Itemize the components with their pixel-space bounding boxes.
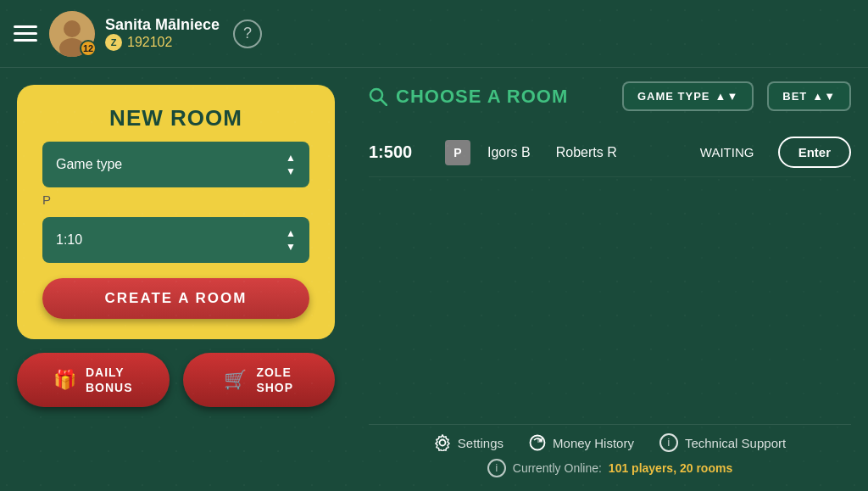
room-player-1: Igors B	[487, 145, 531, 160]
left-panel: NEW ROOM Game type ▲ ▼ P 1:10 ▲	[0, 68, 352, 491]
bet-filter-button[interactable]: BET ▲▼	[767, 81, 851, 111]
settings-icon	[434, 434, 451, 451]
online-text: Currently Online:	[513, 461, 602, 475]
menu-icon[interactable]	[14, 25, 37, 42]
room-header: CHOOSE A ROOM GAME TYPE ▲▼ BET ▲▼	[369, 81, 851, 111]
tech-support-link[interactable]: i Technical Support	[659, 433, 786, 452]
new-room-title: NEW ROOM	[109, 105, 242, 131]
p-label: P	[42, 192, 51, 207]
room-list: 1:500 P Igors B Roberts R WAITING Enter	[369, 128, 851, 177]
room-status: WAITING	[693, 145, 761, 159]
bet-select[interactable]: 1:10 ▲ ▼	[42, 217, 309, 263]
svg-point-5	[439, 440, 445, 446]
tech-support-icon: i	[659, 433, 678, 452]
room-player-2: Roberts R	[556, 145, 617, 160]
bottom-buttons: 🎁 DAILY BONUS 🛒 ZOLE SHOP	[17, 353, 335, 407]
game-type-filter-button[interactable]: GAME TYPE ▲▼	[622, 81, 754, 111]
bet-value: 1:10	[56, 232, 82, 248]
bet-wrapper: 1:10 ▲ ▼	[42, 217, 309, 263]
footer-links: Settings Money History i Technical Suppo…	[369, 433, 851, 452]
header: 12 Sanita Mālniece Z 192102 ?	[0, 0, 868, 68]
coins-value: 192102	[127, 35, 172, 50]
create-room-button[interactable]: CREATE A ROOM	[42, 278, 309, 319]
daily-bonus-text: DAILY BONUS	[86, 365, 133, 395]
enter-room-button[interactable]: Enter	[778, 137, 851, 168]
money-history-icon	[529, 434, 546, 451]
money-history-link[interactable]: Money History	[529, 433, 634, 452]
room-bet: 1:500	[369, 142, 428, 162]
online-info-icon: i	[487, 459, 506, 477]
zole-coin-icon: Z	[105, 34, 122, 51]
right-panel: CHOOSE A ROOM GAME TYPE ▲▼ BET ▲▼ 1:500 …	[352, 68, 868, 491]
search-icon	[369, 87, 387, 106]
user-info: Sanita Mālniece Z 192102	[105, 16, 220, 51]
avatar-wrapper: 12	[49, 11, 95, 57]
choose-room-title: CHOOSE A ROOM	[369, 86, 609, 108]
room-players: Igors B Roberts R	[487, 145, 676, 160]
footer: Settings Money History i Technical Suppo…	[369, 424, 851, 477]
game-type-select[interactable]: Game type ▲ ▼	[42, 142, 309, 187]
choose-room-label: CHOOSE A ROOM	[396, 86, 568, 108]
game-type-filter-label: GAME TYPE	[637, 90, 710, 103]
table-row: 1:500 P Igors B Roberts R WAITING Enter	[369, 128, 851, 177]
zole-shop-text: ZOLE SHOP	[256, 365, 293, 395]
tech-support-label: Technical Support	[685, 436, 786, 450]
help-icon[interactable]: ?	[233, 20, 262, 48]
footer-online-status: i Currently Online: 101 players, 20 room…	[369, 459, 851, 477]
new-room-card: NEW ROOM Game type ▲ ▼ P 1:10 ▲	[17, 85, 335, 339]
svg-line-4	[381, 99, 387, 105]
game-type-arrows: ▲ ▼	[286, 152, 296, 177]
bet-arrows: ▲ ▼	[286, 227, 296, 253]
settings-label: Settings	[458, 436, 504, 450]
game-type-value: Game type	[56, 157, 122, 172]
settings-link[interactable]: Settings	[434, 433, 504, 452]
main-layout: NEW ROOM Game type ▲ ▼ P 1:10 ▲	[0, 68, 868, 491]
online-highlight: 101 players, 20 rooms	[609, 461, 732, 475]
svg-point-1	[64, 20, 81, 37]
room-type-badge: P	[445, 140, 470, 165]
daily-bonus-button[interactable]: 🎁 DAILY BONUS	[17, 353, 170, 407]
user-name: Sanita Mālniece	[105, 16, 220, 34]
game-type-wrapper: Game type ▲ ▼	[42, 142, 309, 187]
notification-badge: 12	[80, 40, 97, 57]
bet-filter-label: BET	[782, 90, 807, 103]
zole-shop-button[interactable]: 🛒 ZOLE SHOP	[183, 353, 336, 407]
user-coins: Z 192102	[105, 34, 220, 51]
money-history-label: Money History	[553, 436, 634, 450]
